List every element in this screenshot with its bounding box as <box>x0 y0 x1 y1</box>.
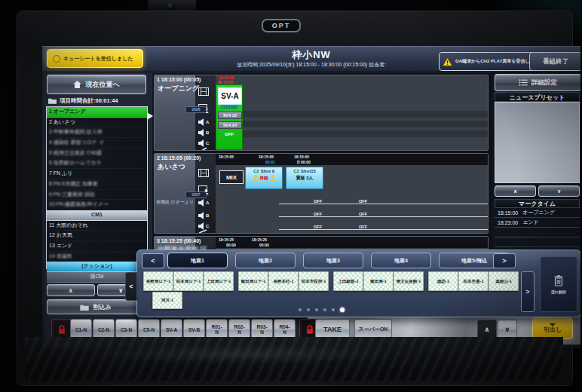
webcam-lens <box>167 2 175 10</box>
row2-audio-line-a: OFFOFF <box>279 197 489 204</box>
camera-button-9[interactable]: 県文化会館-1 <box>394 271 424 291</box>
row1-source-cell[interactable]: SV-A C011C002 SV-A 1/2 SV-A 3/4 OFF <box>216 84 243 150</box>
cue-item-3[interactable]: 3 中野事件裁判 証人尋 <box>47 127 147 138</box>
panel-collapse-button[interactable]: < <box>125 272 137 301</box>
row2-mix-transition[interactable]: MIX <box>219 170 244 184</box>
news-preset-list[interactable] <box>495 102 580 183</box>
row1-head: 1 18:15:00 (00:05) <box>157 77 247 82</box>
chevron-down-icon: ∨ <box>557 188 562 194</box>
current-position-button[interactable]: 現在位置へ <box>47 75 146 94</box>
mark-time-row-1[interactable]: 18:15:00 オープニング <box>495 208 580 218</box>
row2-head: 2 18:15:05 (00:20) <box>157 155 247 161</box>
tab-quake1[interactable]: 地震1 <box>167 253 228 268</box>
preset-scroll-down-button[interactable]: ∨ <box>538 185 580 197</box>
tabs-prev-button[interactable]: < <box>142 253 164 268</box>
row2-title: あいさつ <box>158 162 248 172</box>
row3-head: 3 18:15:25 (00:40) <box>157 238 247 243</box>
cue-item-6[interactable]: 6 塩尻駅ホームでカラ <box>47 158 147 169</box>
cue-item-9[interactable]: 9 FN 三重衝突 訴訟 <box>47 190 147 201</box>
camera-button-7[interactable]: 上田駅前-1 <box>333 271 363 291</box>
camera-button-river[interactable]: 河川-1 <box>152 292 182 309</box>
row1-audio1: SV-A 1/2 <box>218 112 242 119</box>
bezel-bottom-reflection <box>25 337 563 381</box>
mark-time-1: 18:15:00 <box>498 210 518 216</box>
cue-item-2[interactable]: 2 あいさつ <box>47 118 147 128</box>
cue-item-4[interactable]: 4 感染症 新型コロナ イ <box>47 138 147 149</box>
pen-icon <box>198 147 207 151</box>
cameras-next-button[interactable]: > <box>521 271 535 312</box>
interrupt-label: 割込み <box>93 303 111 311</box>
row2-t2: 18:15:05 <box>259 155 274 159</box>
preset-scroll-buttons: ∧ ∨ <box>495 185 580 197</box>
sidebar-scroll-up-button[interactable]: ∧ <box>47 284 95 296</box>
mark-time-row-2[interactable]: 18:23:00 エンド <box>495 218 580 228</box>
program-end-button[interactable]: 番組終了 <box>529 52 580 71</box>
cue-item-cushion[interactable]: (クッション) <box>47 262 147 272</box>
cue-sheet-received-button[interactable]: キューシートを受信しました <box>47 49 143 68</box>
row2-t2-sub: 00:01 <box>265 160 275 164</box>
cue-item-10[interactable]: 10 FN 藤森慎吾JRイメー <box>47 200 147 210</box>
cue-item-cm1[interactable]: CM1 <box>47 210 147 221</box>
camera-button-12[interactable]: 黒姫山-1 <box>489 271 519 291</box>
cue-item-11[interactable]: 11 大雨のおそれ <box>47 221 147 231</box>
total-duration-label: 項目時間合計:00:01:44 <box>60 97 118 105</box>
camera-button-3[interactable]: 上田局ロア-1 <box>204 271 234 291</box>
preset-scroll-up-button[interactable]: ∧ <box>495 185 536 197</box>
row1-title: オープニング <box>158 84 248 93</box>
row2-shot-2[interactable]: C2Shot15 質疑 2人 <box>286 167 323 189</box>
news-preset-header: ニュースプリセット <box>495 92 580 102</box>
row1-audio3: OFF <box>216 132 242 136</box>
interrupt-button[interactable]: 割込み <box>47 299 145 314</box>
page-dot[interactable] <box>307 308 310 311</box>
person-icon <box>270 175 276 182</box>
row1-audio2: SV-A 3/4 <box>218 121 242 129</box>
mark-time-row-empty <box>495 237 580 247</box>
drawer-button[interactable]: 引出し <box>532 317 573 339</box>
speaker-a-icon: A <box>198 199 209 207</box>
cue-item-8[interactable]: 8 FN 9月補正 知事査 <box>47 179 147 190</box>
pen-icon <box>198 229 207 234</box>
discard-label: 流れ解除 <box>551 289 566 294</box>
chevron-up-icon: ∧ <box>484 326 489 333</box>
bezel-opt-label: OPT <box>262 19 301 32</box>
person-icon <box>253 175 259 182</box>
row2-shot-1[interactable]: C2Shot 9 再開 <box>245 167 283 189</box>
tab-quake3[interactable]: 地震3 <box>303 253 363 268</box>
lock-icon <box>57 324 67 335</box>
chevron-up-icon: ∧ <box>513 188 518 194</box>
page-dots[interactable] <box>299 308 345 312</box>
discard-button[interactable]: 流れ解除 <box>540 256 577 312</box>
cue-item-5[interactable]: 5 税理士法違反で90歳 <box>47 149 147 159</box>
cue-item-1[interactable]: 1 オープニング <box>47 107 147 118</box>
speaker-b-icon: B <box>198 212 209 219</box>
camera-button-6[interactable]: 松本市役所-1 <box>299 271 329 291</box>
camera-button-1[interactable]: 長野局ロア-1 <box>143 271 173 291</box>
chevron-down-icon: ∨ <box>118 287 124 294</box>
cue-item-14[interactable]: 14 信越民 <box>47 252 147 262</box>
cue-item-13[interactable]: 13 エンド <box>47 241 147 252</box>
page-dot[interactable] <box>332 308 335 311</box>
row2-audio-line-c: OFFOFF <box>279 222 489 230</box>
tab-quake2[interactable]: 地震2 <box>235 253 296 268</box>
page-dot-active[interactable] <box>340 308 345 312</box>
camera-button-10[interactable]: 諏訪-1 <box>428 271 458 291</box>
tabs-next-button[interactable]: > <box>493 253 516 268</box>
warning-icon <box>443 57 452 66</box>
row1-clip-id: C011C002 <box>216 106 242 109</box>
page-dot[interactable] <box>315 308 318 311</box>
speaker-a-icon: A <box>198 118 209 126</box>
page-dot[interactable] <box>323 308 326 311</box>
speaker-c-icon: C <box>198 139 209 147</box>
cue-item-7[interactable]: 7 FN ふり <box>47 169 147 179</box>
timeline-row-1[interactable]: 1 18:15:00 (00:05) オープニング 0006 A B C 18:… <box>154 75 489 151</box>
camera-button-2[interactable]: 松本局ロア-1 <box>173 271 204 291</box>
cue-item-12[interactable]: 12 お天気 <box>47 231 147 241</box>
page-dot[interactable] <box>299 308 302 311</box>
camera-button-4[interactable]: 飯田局ロア-1 <box>238 271 268 291</box>
detail-settings-button[interactable]: 詳細設定 <box>495 74 580 91</box>
tab-quake4[interactable]: 地震4 <box>371 253 431 268</box>
camera-button-11[interactable]: 松本空港-1 <box>458 271 489 291</box>
camera-button-8[interactable]: 飯田局-1 <box>363 271 394 291</box>
camera-button-5[interactable]: 長野本社-1 <box>268 271 299 291</box>
timeline-row-2[interactable]: 2 18:15:05 (00:20) あいさつ 0007 再開前 ひざーより A… <box>154 153 489 234</box>
